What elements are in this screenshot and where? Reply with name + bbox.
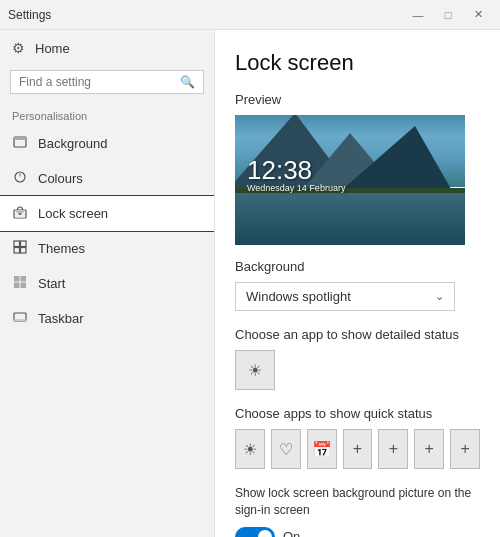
toggle-button[interactable]	[235, 527, 275, 537]
date-text: Wednesday 14 February	[247, 183, 345, 193]
sidebar-item-taskbar[interactable]: Taskbar	[0, 301, 214, 336]
svg-rect-5	[16, 211, 24, 213]
quick-status-button-5[interactable]: +	[414, 429, 444, 469]
sidebar-item-background[interactable]: Background	[0, 126, 214, 161]
titlebar-title: Settings	[8, 8, 404, 22]
sun-icon-2: ☀	[243, 440, 257, 459]
sun-icon: ☀	[248, 361, 262, 380]
svg-rect-14	[21, 283, 27, 289]
sidebar-label-start: Start	[38, 276, 65, 291]
plus-icon-1: +	[389, 440, 398, 458]
app-body: ⚙ Home 🔍 Personalisation Background	[0, 30, 500, 537]
plus-icon-2: +	[425, 440, 434, 458]
detailed-status-button-0[interactable]: ☀	[235, 350, 275, 390]
sidebar-label-lock-screen: Lock screen	[38, 206, 108, 221]
plus-icon-3: +	[460, 440, 469, 458]
lock-screen-icon	[12, 205, 28, 222]
heart-icon: ♡	[279, 440, 293, 459]
calendar-icon: 📅	[312, 440, 332, 459]
time-display: 12:38 Wednesday 14 February	[247, 157, 345, 193]
sidebar-home-label: Home	[35, 41, 70, 56]
content-area: Lock screen Preview 12:38 Wednesday 14 F…	[215, 30, 500, 537]
home-icon: ⚙	[12, 40, 25, 56]
background-section-label: Background	[235, 259, 480, 274]
svg-rect-7	[14, 241, 20, 247]
quick-status-row: ☀ ♡ 📅 + + + +	[235, 429, 480, 469]
minimize-button[interactable]: —	[404, 5, 432, 25]
quick-status-button-1[interactable]: ♡	[271, 429, 301, 469]
time-text: 12:38	[247, 157, 345, 183]
maximize-button[interactable]: □	[434, 5, 462, 25]
svg-rect-6	[19, 213, 22, 216]
start-icon	[12, 275, 28, 292]
close-button[interactable]: ✕	[464, 5, 492, 25]
dropdown-value: Windows spotlight	[246, 289, 351, 304]
svg-rect-10	[21, 248, 27, 254]
svg-rect-13	[14, 283, 20, 289]
quick-status-label: Choose apps to show quick status	[235, 406, 480, 421]
svg-rect-12	[21, 276, 27, 282]
svg-rect-8	[21, 241, 27, 247]
sidebar-label-colours: Colours	[38, 171, 83, 186]
preview-label: Preview	[235, 92, 480, 107]
svg-rect-11	[14, 276, 20, 282]
background-dropdown[interactable]: Windows spotlight ⌄	[235, 282, 455, 311]
quick-status-button-0[interactable]: ☀	[235, 429, 265, 469]
colours-icon	[12, 170, 28, 187]
search-input[interactable]	[19, 75, 180, 89]
titlebar: Settings — □ ✕	[0, 0, 500, 30]
sidebar-item-lock-screen[interactable]: Lock screen	[0, 196, 214, 231]
sidebar-label-background: Background	[38, 136, 107, 151]
sidebar: ⚙ Home 🔍 Personalisation Background	[0, 30, 215, 537]
sidebar-label-taskbar: Taskbar	[38, 311, 84, 326]
taskbar-icon	[12, 310, 28, 327]
background-icon	[12, 135, 28, 152]
sidebar-item-themes[interactable]: Themes	[0, 231, 214, 266]
svg-rect-1	[14, 137, 26, 140]
svg-rect-16	[14, 319, 26, 321]
svg-rect-9	[14, 248, 20, 254]
search-box[interactable]: 🔍	[10, 70, 204, 94]
quick-status-button-4[interactable]: +	[378, 429, 408, 469]
quick-status-button-2[interactable]: 📅	[307, 429, 337, 469]
water	[235, 193, 465, 245]
quick-status-button-6[interactable]: +	[450, 429, 480, 469]
page-title: Lock screen	[235, 50, 480, 76]
mountain-right	[335, 126, 455, 196]
chevron-down-icon: ⌄	[435, 290, 444, 303]
preview-scene: 12:38 Wednesday 14 February	[235, 115, 465, 245]
sidebar-item-colours[interactable]: Colours	[0, 161, 214, 196]
themes-icon	[12, 240, 28, 257]
sidebar-item-start[interactable]: Start	[0, 266, 214, 301]
detailed-status-row: ☀	[235, 350, 480, 390]
sidebar-section-label: Personalisation	[0, 104, 214, 126]
sidebar-item-home[interactable]: ⚙ Home	[0, 30, 214, 66]
quick-status-button-3[interactable]: +	[343, 429, 373, 469]
lock-screen-preview: 12:38 Wednesday 14 February	[235, 115, 465, 245]
plus-icon-0: +	[353, 440, 362, 458]
sidebar-label-themes: Themes	[38, 241, 85, 256]
toggle-container: On	[235, 527, 480, 537]
sign-in-label: Show lock screen background picture on t…	[235, 485, 480, 519]
search-icon: 🔍	[180, 75, 195, 89]
titlebar-controls: — □ ✕	[404, 5, 492, 25]
detailed-status-label: Choose an app to show detailed status	[235, 327, 480, 342]
toggle-knob	[258, 530, 272, 537]
toggle-label: On	[283, 529, 300, 537]
